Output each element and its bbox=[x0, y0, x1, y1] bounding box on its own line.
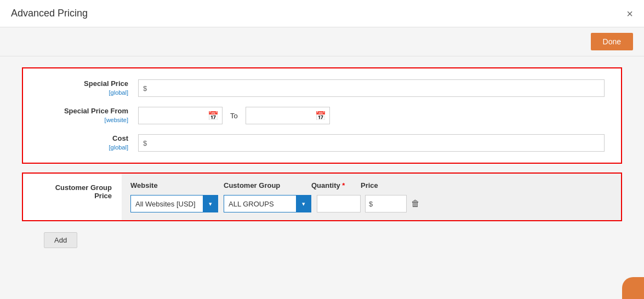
cgp-price-wrap: $ bbox=[365, 195, 407, 212]
cost-row: Cost [global] $ bbox=[39, 134, 605, 152]
special-price-input[interactable] bbox=[151, 80, 604, 96]
modal-header: Advanced Pricing × bbox=[0, 0, 644, 27]
modal-body: Special Price [global] $ Special Price F… bbox=[0, 56, 644, 299]
delete-row-button[interactable]: 🗑 bbox=[411, 199, 420, 209]
special-price-section: Special Price [global] $ Special Price F… bbox=[22, 67, 622, 164]
date-from-input[interactable] bbox=[139, 107, 204, 124]
special-price-row: Special Price [global] $ bbox=[39, 79, 605, 97]
quantity-input[interactable] bbox=[317, 195, 361, 212]
date-range-row: 📅 To 📅 bbox=[138, 107, 330, 124]
cgp-header-price: Price bbox=[361, 181, 378, 189]
customer-group-select-wrap: ALL GROUPS ▾ bbox=[224, 195, 311, 212]
to-label: To bbox=[230, 112, 238, 120]
done-button[interactable]: Done bbox=[591, 33, 633, 50]
calendar-to-button[interactable]: 📅 bbox=[312, 108, 329, 123]
add-button[interactable]: Add bbox=[44, 232, 77, 248]
customer-group-price-label: Customer Group Price bbox=[23, 174, 122, 210]
cost-prefix: $ bbox=[139, 137, 151, 150]
cgp-header-website: Website bbox=[130, 181, 224, 189]
customer-group-price-table: Website Customer Group Quantity * Price … bbox=[122, 174, 621, 220]
special-price-input-wrap: $ bbox=[138, 79, 605, 97]
required-star: * bbox=[342, 181, 345, 189]
cgp-header-group: Customer Group bbox=[224, 181, 311, 189]
customer-group-select[interactable]: ALL GROUPS bbox=[224, 195, 311, 212]
cost-input[interactable] bbox=[151, 135, 604, 151]
orange-circle-decoration bbox=[622, 277, 644, 299]
cgp-table-row: All Websites [USD] ▾ ALL GROUPS ▾ $ bbox=[130, 195, 612, 212]
cgp-price-prefix: $ bbox=[366, 200, 376, 208]
special-price-from-label: Special Price From [website] bbox=[39, 107, 138, 124]
special-price-label: Special Price [global] bbox=[39, 79, 138, 96]
date-to-input[interactable] bbox=[246, 107, 312, 124]
cgp-header-quantity: Quantity * bbox=[311, 181, 361, 189]
special-price-prefix: $ bbox=[139, 82, 151, 95]
advanced-pricing-modal: Advanced Pricing × Done Special Price [g… bbox=[0, 0, 644, 299]
customer-group-price-section: Customer Group Price Website Customer Gr… bbox=[22, 173, 622, 221]
cost-label: Cost [global] bbox=[39, 134, 138, 151]
cgp-price-input[interactable] bbox=[376, 196, 406, 212]
modal-title: Advanced Pricing bbox=[11, 8, 88, 19]
calendar-from-button[interactable]: 📅 bbox=[204, 108, 222, 123]
website-select-wrap: All Websites [USD] ▾ bbox=[130, 195, 218, 212]
cost-input-wrap: $ bbox=[138, 134, 605, 152]
website-select[interactable]: All Websites [USD] bbox=[130, 195, 218, 212]
close-button[interactable]: × bbox=[626, 8, 633, 19]
date-from-wrap: 📅 bbox=[138, 107, 223, 124]
cgp-table-header: Website Customer Group Quantity * Price bbox=[130, 181, 612, 189]
toolbar: Done bbox=[0, 27, 644, 56]
special-price-from-row: Special Price From [website] 📅 To 📅 bbox=[39, 107, 605, 124]
add-row: Add bbox=[22, 230, 622, 257]
date-to-wrap: 📅 bbox=[246, 107, 330, 124]
